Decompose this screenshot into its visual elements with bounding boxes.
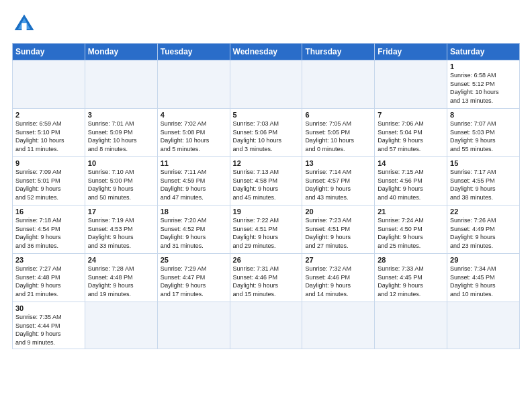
day-cell: 7Sunrise: 7:06 AM Sunset: 5:04 PM Daylig… [375, 109, 447, 157]
day-info: Sunrise: 7:15 AM Sunset: 4:56 PM Dayligh… [378, 168, 444, 201]
day-cell: 17Sunrise: 7:19 AM Sunset: 4:53 PM Dayli… [85, 205, 157, 254]
day-number: 8 [450, 111, 517, 119]
col-header-wednesday: Wednesday [230, 44, 302, 60]
day-info: Sunrise: 7:06 AM Sunset: 5:04 PM Dayligh… [378, 120, 444, 153]
day-info: Sunrise: 7:19 AM Sunset: 4:53 PM Dayligh… [88, 216, 154, 250]
day-number: 24 [88, 256, 154, 264]
day-cell: 30Sunrise: 7:35 AM Sunset: 4:44 PM Dayli… [13, 302, 85, 349]
header-row: SundayMondayTuesdayWednesdayThursdayFrid… [13, 44, 520, 60]
day-cell: 28Sunrise: 7:33 AM Sunset: 4:45 PM Dayli… [375, 254, 447, 302]
day-info: Sunrise: 7:14 AM Sunset: 4:57 PM Dayligh… [305, 168, 371, 201]
day-cell [302, 302, 375, 349]
day-info: Sunrise: 7:35 AM Sunset: 4:44 PM Dayligh… [15, 313, 82, 347]
day-number: 15 [450, 159, 517, 167]
day-info: Sunrise: 7:05 AM Sunset: 5:05 PM Dayligh… [305, 120, 371, 153]
day-info: Sunrise: 7:09 AM Sunset: 5:01 PM Dayligh… [15, 168, 82, 201]
day-number: 3 [88, 111, 154, 119]
day-info: Sunrise: 7:31 AM Sunset: 4:46 PM Dayligh… [233, 265, 300, 298]
day-info: Sunrise: 7:17 AM Sunset: 4:55 PM Dayligh… [450, 168, 517, 201]
col-header-tuesday: Tuesday [157, 44, 230, 60]
day-cell: 14Sunrise: 7:15 AM Sunset: 4:56 PM Dayli… [375, 157, 447, 205]
col-header-friday: Friday [375, 44, 447, 60]
day-number: 26 [233, 256, 300, 264]
day-cell: 25Sunrise: 7:29 AM Sunset: 4:47 PM Dayli… [157, 254, 230, 302]
day-cell: 22Sunrise: 7:26 AM Sunset: 4:49 PM Dayli… [447, 205, 520, 254]
day-info: Sunrise: 7:03 AM Sunset: 5:06 PM Dayligh… [233, 120, 300, 153]
day-cell: 9Sunrise: 7:09 AM Sunset: 5:01 PM Daylig… [13, 157, 85, 205]
day-number: 4 [161, 111, 227, 119]
logo-icon [12, 12, 36, 36]
day-cell [157, 60, 230, 109]
day-cell: 13Sunrise: 7:14 AM Sunset: 4:57 PM Dayli… [302, 157, 375, 205]
day-cell: 1Sunrise: 6:58 AM Sunset: 5:12 PM Daylig… [447, 60, 520, 109]
day-number: 21 [378, 208, 444, 216]
col-header-monday: Monday [85, 44, 157, 60]
day-info: Sunrise: 7:26 AM Sunset: 4:49 PM Dayligh… [450, 216, 517, 250]
calendar-table: SundayMondayTuesdayWednesdayThursdayFrid… [12, 43, 520, 349]
day-number: 11 [161, 159, 227, 167]
week-row-6: 30Sunrise: 7:35 AM Sunset: 4:44 PM Dayli… [13, 302, 520, 349]
day-number: 16 [15, 208, 82, 216]
day-cell [13, 60, 85, 109]
day-info: Sunrise: 7:28 AM Sunset: 4:48 PM Dayligh… [88, 265, 154, 298]
day-info: Sunrise: 7:27 AM Sunset: 4:48 PM Dayligh… [15, 265, 82, 298]
day-cell [375, 302, 447, 349]
day-info: Sunrise: 7:34 AM Sunset: 4:45 PM Dayligh… [450, 265, 517, 298]
day-number: 2 [15, 111, 82, 119]
day-number: 25 [161, 256, 227, 264]
day-cell [85, 302, 157, 349]
day-number: 7 [378, 111, 444, 119]
day-cell: 20Sunrise: 7:23 AM Sunset: 4:51 PM Dayli… [302, 205, 375, 254]
day-cell [375, 60, 447, 109]
day-number: 19 [233, 208, 300, 216]
col-header-saturday: Saturday [447, 44, 520, 60]
svg-rect-2 [21, 23, 26, 30]
day-cell [230, 302, 302, 349]
day-cell [157, 302, 230, 349]
col-header-thursday: Thursday [302, 44, 375, 60]
day-number: 27 [305, 256, 371, 264]
day-info: Sunrise: 7:18 AM Sunset: 4:54 PM Dayligh… [15, 216, 82, 250]
day-number: 22 [450, 208, 517, 216]
day-cell: 21Sunrise: 7:24 AM Sunset: 4:50 PM Dayli… [375, 205, 447, 254]
day-number: 17 [88, 208, 154, 216]
day-info: Sunrise: 6:58 AM Sunset: 5:12 PM Dayligh… [450, 71, 517, 105]
day-cell: 26Sunrise: 7:31 AM Sunset: 4:46 PM Dayli… [230, 254, 302, 302]
day-cell: 11Sunrise: 7:11 AM Sunset: 4:59 PM Dayli… [157, 157, 230, 205]
day-cell: 18Sunrise: 7:20 AM Sunset: 4:52 PM Dayli… [157, 205, 230, 254]
day-cell: 6Sunrise: 7:05 AM Sunset: 5:05 PM Daylig… [302, 109, 375, 157]
week-row-5: 23Sunrise: 7:27 AM Sunset: 4:48 PM Dayli… [13, 254, 520, 302]
day-cell: 3Sunrise: 7:01 AM Sunset: 5:09 PM Daylig… [85, 109, 157, 157]
logo [12, 12, 39, 36]
day-number: 18 [161, 208, 227, 216]
day-number: 6 [305, 111, 371, 119]
day-cell: 24Sunrise: 7:28 AM Sunset: 4:48 PM Dayli… [85, 254, 157, 302]
day-number: 5 [233, 111, 300, 119]
day-cell: 29Sunrise: 7:34 AM Sunset: 4:45 PM Dayli… [447, 254, 520, 302]
day-cell: 5Sunrise: 7:03 AM Sunset: 5:06 PM Daylig… [230, 109, 302, 157]
day-info: Sunrise: 7:24 AM Sunset: 4:50 PM Dayligh… [378, 216, 444, 250]
day-number: 9 [15, 159, 82, 167]
day-cell: 12Sunrise: 7:13 AM Sunset: 4:58 PM Dayli… [230, 157, 302, 205]
day-number: 30 [15, 304, 82, 312]
day-info: Sunrise: 7:02 AM Sunset: 5:08 PM Dayligh… [161, 120, 227, 153]
day-cell [85, 60, 157, 109]
day-info: Sunrise: 7:07 AM Sunset: 5:03 PM Dayligh… [450, 120, 517, 153]
week-row-3: 9Sunrise: 7:09 AM Sunset: 5:01 PM Daylig… [13, 157, 520, 205]
day-number: 1 [450, 62, 517, 71]
day-number: 14 [378, 159, 444, 167]
day-info: Sunrise: 7:13 AM Sunset: 4:58 PM Dayligh… [233, 168, 300, 201]
day-cell [447, 302, 520, 349]
header [12, 12, 520, 36]
day-cell: 16Sunrise: 7:18 AM Sunset: 4:54 PM Dayli… [13, 205, 85, 254]
week-row-1: 1Sunrise: 6:58 AM Sunset: 5:12 PM Daylig… [13, 60, 520, 109]
day-number: 12 [233, 159, 300, 167]
day-info: Sunrise: 7:22 AM Sunset: 4:51 PM Dayligh… [233, 216, 300, 250]
day-cell [302, 60, 375, 109]
page: SundayMondayTuesdayWednesdayThursdayFrid… [0, 0, 532, 356]
day-info: Sunrise: 7:29 AM Sunset: 4:47 PM Dayligh… [161, 265, 227, 298]
day-info: Sunrise: 7:10 AM Sunset: 5:00 PM Dayligh… [88, 168, 154, 201]
day-cell [230, 60, 302, 109]
col-header-sunday: Sunday [13, 44, 85, 60]
day-cell: 27Sunrise: 7:32 AM Sunset: 4:46 PM Dayli… [302, 254, 375, 302]
